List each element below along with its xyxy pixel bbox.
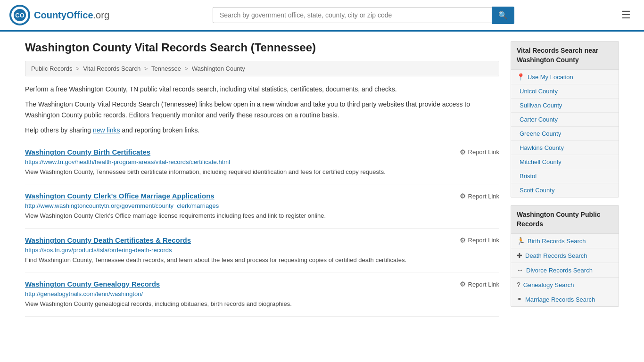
record-link-0[interactable]: Washington County Birth Certificates — [25, 148, 150, 156]
public-record-item-2[interactable]: ↔ Divorce Records Search — [511, 263, 619, 278]
report-icon-3: ⚙ — [460, 280, 466, 288]
report-icon-1: ⚙ — [460, 192, 466, 200]
record-header-1: Washington County Clerk's Office Marriag… — [25, 192, 499, 200]
breadcrumb-sep-1: > — [76, 65, 81, 72]
public-records-section: Washington County Public Records 🏃 Birth… — [511, 205, 619, 307]
record-desc-3: View Washington County genealogical reco… — [25, 299, 499, 309]
record-desc-0: View Washington County, Tennessee birth … — [25, 167, 499, 177]
report-link-3[interactable]: ⚙ Report Link — [460, 280, 499, 288]
nearby-link-6[interactable]: Mitchell County — [520, 158, 561, 165]
nearby-item-2[interactable]: Sullivan County — [511, 99, 619, 113]
search-button[interactable]: 🔍 — [492, 7, 514, 24]
report-link-label-2: Report Link — [468, 237, 499, 244]
nearby-link-4[interactable]: Greene County — [520, 130, 561, 137]
header: CO CountyOffice.org 🔍 ☰ — [0, 0, 644, 32]
breadcrumb: Public Records > Vital Records Search > … — [25, 61, 499, 76]
pr-icon-0: 🏃 — [517, 237, 525, 245]
pr-icon-3: ? — [517, 281, 520, 288]
pr-link-1[interactable]: Death Records Search — [525, 252, 587, 259]
report-link-2[interactable]: ⚙ Report Link — [460, 236, 499, 245]
nearby-item-6[interactable]: Mitchell County — [511, 155, 619, 169]
nearby-item-1[interactable]: Unicoi County — [511, 84, 619, 99]
search-icon: 🔍 — [498, 11, 508, 19]
report-link-label-3: Report Link — [468, 281, 499, 288]
record-title-2: Washington County Death Certificates & R… — [25, 236, 191, 244]
nearby-icon-0: 📍 — [517, 73, 525, 81]
record-link-3[interactable]: Washington County Genealogy Records — [25, 280, 160, 288]
nearby-section: Vital Records Search near Washington Cou… — [511, 41, 619, 197]
main: Washington County Vital Records Search (… — [16, 32, 628, 326]
description-3: Help others by sharing new links and rep… — [25, 125, 499, 135]
nearby-link-7[interactable]: Bristol — [520, 173, 537, 180]
search-input[interactable] — [213, 7, 492, 23]
record-desc-1: View Washington County Clerk's Office ma… — [25, 211, 499, 221]
record-header-2: Washington County Death Certificates & R… — [25, 236, 499, 245]
record-url-3: http://genealogytrails.com/tenn/washingt… — [25, 290, 499, 297]
logo-area: CO CountyOffice.org — [9, 5, 109, 25]
report-link-label-1: Report Link — [468, 193, 499, 200]
record-header-0: Washington County Birth Certificates ⚙ R… — [25, 148, 499, 156]
nearby-title: Vital Records Search near Washington Cou… — [511, 41, 619, 70]
record-title-3: Washington County Genealogy Records — [25, 280, 160, 288]
report-link-label-0: Report Link — [468, 148, 499, 156]
records-list: Washington County Birth Certificates ⚙ R… — [25, 140, 499, 317]
record-link-1[interactable]: Washington County Clerk's Office Marriag… — [25, 192, 215, 200]
pr-link-4[interactable]: Marriage Records Search — [525, 296, 595, 303]
pr-link-2[interactable]: Divorce Records Search — [526, 267, 593, 274]
breadcrumb-washington-county[interactable]: Washington County — [192, 65, 245, 72]
report-link-0[interactable]: ⚙ Report Link — [460, 148, 499, 156]
pr-link-0[interactable]: Birth Records Search — [528, 238, 586, 245]
public-record-item-1[interactable]: ✚ Death Records Search — [511, 248, 619, 263]
logo-icon: CO — [9, 5, 30, 25]
nearby-link-5[interactable]: Hawkins County — [520, 144, 564, 151]
report-icon-0: ⚙ — [460, 148, 466, 156]
nearby-item-0[interactable]: 📍 Use My Location — [511, 70, 619, 84]
nearby-item-4[interactable]: Greene County — [511, 127, 619, 141]
record-desc-2: Find Washington County, Tennessee death … — [25, 255, 499, 265]
breadcrumb-tennessee[interactable]: Tennessee — [151, 65, 181, 72]
hamburger-icon: ☰ — [621, 9, 631, 21]
description-1: Perform a free Washington County, TN pub… — [25, 84, 499, 94]
record-url-2: https://sos.tn.gov/products/tsla/orderin… — [25, 247, 499, 254]
nearby-link-3[interactable]: Carter County — [520, 116, 558, 123]
logo-text: CountyOffice.org — [34, 10, 109, 21]
nearby-item-7[interactable]: Bristol — [511, 169, 619, 183]
record-title-0: Washington County Birth Certificates — [25, 148, 150, 156]
nearby-items: 📍 Use My Location Unicoi County Sullivan… — [511, 70, 619, 197]
new-links-link[interactable]: new links — [93, 126, 120, 134]
public-record-item-4[interactable]: ⚭ Marriage Records Search — [511, 292, 619, 306]
pr-icon-2: ↔ — [517, 266, 523, 274]
record-item: Washington County Birth Certificates ⚙ R… — [25, 140, 499, 185]
search-area: 🔍 — [213, 7, 514, 24]
breadcrumb-vital-records[interactable]: Vital Records Search — [83, 65, 140, 72]
public-record-item-0[interactable]: 🏃 Birth Records Search — [511, 234, 619, 248]
nearby-link-1[interactable]: Unicoi County — [520, 88, 558, 95]
record-header-3: Washington County Genealogy Records ⚙ Re… — [25, 280, 499, 288]
record-item: Washington County Genealogy Records ⚙ Re… — [25, 272, 499, 317]
public-record-item-3[interactable]: ? Genealogy Search — [511, 278, 619, 292]
nearby-link-8[interactable]: Scott County — [520, 187, 554, 194]
nearby-link-0[interactable]: Use My Location — [528, 74, 573, 81]
pr-link-3[interactable]: Genealogy Search — [523, 281, 574, 288]
breadcrumb-sep-2: > — [144, 65, 149, 72]
sidebar: Vital Records Search near Washington Cou… — [511, 41, 619, 317]
record-item: Washington County Clerk's Office Marriag… — [25, 184, 499, 229]
record-url-1: http://www.washingtoncountytn.org/govern… — [25, 202, 499, 209]
record-link-2[interactable]: Washington County Death Certificates & R… — [25, 236, 191, 244]
record-url-0: https://www.tn.gov/health/health-program… — [25, 158, 499, 165]
pr-icon-1: ✚ — [517, 252, 522, 259]
menu-button[interactable]: ☰ — [618, 7, 635, 23]
pr-icon-4: ⚭ — [517, 296, 522, 303]
nearby-item-5[interactable]: Hawkins County — [511, 141, 619, 155]
record-item: Washington County Death Certificates & R… — [25, 229, 499, 273]
public-records-title: Washington County Public Records — [511, 206, 619, 234]
report-link-1[interactable]: ⚙ Report Link — [460, 192, 499, 200]
nearby-link-2[interactable]: Sullivan County — [520, 102, 562, 109]
record-title-1: Washington County Clerk's Office Marriag… — [25, 192, 215, 200]
public-records-items: 🏃 Birth Records Search ✚ Death Records S… — [511, 234, 619, 306]
nearby-item-8[interactable]: Scott County — [511, 183, 619, 197]
breadcrumb-public-records[interactable]: Public Records — [31, 65, 72, 72]
description-2: The Washington County Vital Records Sear… — [25, 99, 499, 120]
nearby-item-3[interactable]: Carter County — [511, 113, 619, 127]
breadcrumb-sep-3: > — [185, 65, 190, 72]
